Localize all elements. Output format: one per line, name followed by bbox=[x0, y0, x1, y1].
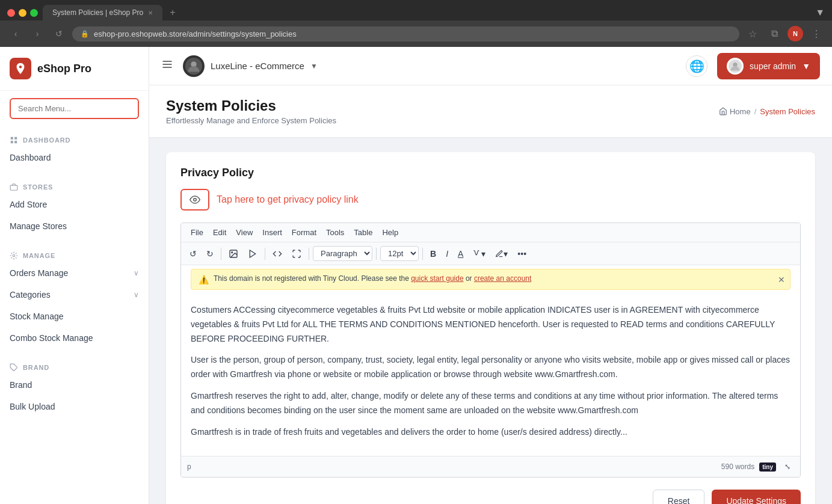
menu-toggle-button[interactable] bbox=[161, 58, 173, 73]
code-button[interactable] bbox=[269, 247, 286, 261]
sidebar-item-stock-manage[interactable]: Stock Manage bbox=[0, 306, 149, 327]
editor-footer-right: 590 words tiny ⤡ bbox=[721, 460, 794, 473]
tab-scroll-icon: ▼ bbox=[815, 7, 825, 18]
redo-button[interactable]: ↻ bbox=[203, 247, 217, 261]
url-text: eshop-pro.eshopweb.store/admin/settings/… bbox=[94, 29, 297, 38]
alert-text: This domain is not registered with Tiny … bbox=[214, 274, 783, 283]
svg-point-16 bbox=[232, 251, 233, 253]
editor-resize-button[interactable]: ⤡ bbox=[781, 460, 794, 473]
sidebar-section-brand: BRAND Brand Bulk Upload bbox=[0, 354, 149, 422]
svg-marker-17 bbox=[250, 250, 255, 257]
tiny-badge: tiny bbox=[759, 463, 776, 472]
editor-content[interactable]: Costumers ACCessing cityecommerce vegeta… bbox=[181, 293, 800, 456]
toolbar-separator bbox=[221, 248, 221, 260]
browser-chrome: System Policies | eShop Pro ✕ + ▼ bbox=[0, 0, 832, 20]
action-row: Reset Update Settings bbox=[180, 490, 801, 504]
store-name: LuxeLine - eCommerce bbox=[211, 61, 304, 71]
browser-tab[interactable]: System Policies | eShop Pro ✕ bbox=[43, 5, 162, 20]
alert-create-account-link[interactable]: create an account bbox=[474, 274, 531, 283]
content-area: Privacy Policy Tap here to get privacy p… bbox=[149, 138, 832, 504]
admin-chevron-icon: ▼ bbox=[802, 61, 810, 71]
star-button[interactable]: ☆ bbox=[744, 25, 761, 42]
admin-dropdown-button[interactable]: super admin ▼ bbox=[717, 53, 820, 79]
svg-rect-0 bbox=[11, 137, 13, 140]
lock-icon: 🔒 bbox=[81, 30, 89, 38]
svg-rect-4 bbox=[10, 185, 17, 190]
fullscreen-button[interactable] bbox=[288, 247, 305, 261]
dot-green bbox=[30, 9, 38, 17]
italic-button[interactable]: I bbox=[442, 247, 452, 261]
editor-menu-table[interactable]: Table bbox=[349, 226, 377, 239]
back-button[interactable]: ‹ bbox=[7, 25, 24, 42]
bold-button[interactable]: B bbox=[427, 247, 440, 261]
browser-dots bbox=[7, 9, 38, 17]
tab-add-icon[interactable]: + bbox=[170, 7, 175, 18]
editor-menu-help[interactable]: Help bbox=[377, 226, 403, 239]
eye-button[interactable] bbox=[180, 189, 209, 211]
sidebar-item-add-store[interactable]: Add Store bbox=[0, 194, 149, 215]
update-settings-button[interactable]: Update Settings bbox=[712, 490, 801, 504]
font-color-button[interactable]: ▾ bbox=[469, 247, 489, 261]
paragraph-select[interactable]: Paragraph bbox=[313, 246, 372, 261]
sidebar-item-orders-manage[interactable]: Orders Manage ∨ bbox=[0, 262, 149, 284]
editor-menu-file[interactable]: File bbox=[186, 226, 208, 239]
sidebar-item-combo-stock-manage[interactable]: Combo Stock Manage bbox=[0, 327, 149, 349]
browser-user-badge: N bbox=[787, 26, 803, 41]
svg-point-5 bbox=[13, 254, 15, 257]
insert-image-button[interactable] bbox=[225, 247, 242, 261]
store-selector[interactable]: LuxeLine - eCommerce ▼ bbox=[183, 55, 318, 77]
store-avatar bbox=[183, 55, 205, 77]
breadcrumb: Home / System Policies bbox=[719, 107, 815, 116]
alert-close-button[interactable]: ✕ bbox=[778, 275, 785, 284]
breadcrumb-home-link[interactable]: Home bbox=[719, 107, 751, 116]
policy-link-row: Tap here to get privacy policy link bbox=[180, 189, 801, 211]
breadcrumb-current: System Policies bbox=[760, 107, 815, 116]
browser-menu-button[interactable]: ⋮ bbox=[808, 25, 825, 42]
underline-button[interactable]: A bbox=[454, 247, 467, 261]
svg-point-14 bbox=[194, 198, 197, 201]
sidebar-item-dashboard[interactable]: Dashboard bbox=[0, 147, 149, 168]
search-input[interactable] bbox=[10, 98, 139, 119]
extension-button[interactable]: ⧉ bbox=[766, 25, 783, 42]
editor-menu-insert[interactable]: Insert bbox=[257, 226, 287, 239]
undo-button[interactable]: ↺ bbox=[186, 247, 200, 261]
address-bar[interactable]: 🔒 eshop-pro.eshopweb.store/admin/setting… bbox=[72, 26, 739, 41]
insert-media-button[interactable] bbox=[244, 247, 261, 261]
sidebar-section-manage: MANAGE Orders Manage ∨ Categories ∨ Stoc… bbox=[0, 242, 149, 354]
app-container: eShop Pro DASHBOARD Dashboard STORES Add… bbox=[0, 47, 832, 504]
editor-menu-edit[interactable]: Edit bbox=[208, 226, 231, 239]
sidebar-search[interactable] bbox=[0, 91, 149, 126]
logo-icon bbox=[10, 58, 31, 79]
reload-button[interactable]: ↺ bbox=[51, 25, 67, 42]
page-title-block: System Policies Effortlessly Manage and … bbox=[166, 97, 336, 125]
editor-footer: p 590 words tiny ⤡ bbox=[181, 456, 800, 477]
reset-button[interactable]: Reset bbox=[653, 490, 705, 504]
tab-close-icon[interactable]: ✕ bbox=[148, 10, 153, 16]
highlight-button[interactable]: ▾ bbox=[491, 247, 511, 261]
toolbar-separator-4 bbox=[376, 248, 377, 260]
section-label-brand: BRAND bbox=[0, 358, 149, 374]
toolbar-separator-2 bbox=[265, 248, 265, 260]
language-button[interactable]: 🌐 bbox=[686, 55, 707, 77]
editor-menu-view[interactable]: View bbox=[231, 226, 257, 239]
editor-menu-format[interactable]: Format bbox=[287, 226, 321, 239]
sidebar-item-categories[interactable]: Categories ∨ bbox=[0, 284, 149, 306]
sidebar-item-brand[interactable]: Brand bbox=[0, 374, 149, 396]
alert-quickstart-link[interactable]: quick start guide bbox=[411, 274, 463, 283]
editor-menu-tools[interactable]: Tools bbox=[321, 226, 349, 239]
page-header: System Policies Effortlessly Manage and … bbox=[149, 85, 832, 138]
privacy-policy-link[interactable]: Tap here to get privacy policy link bbox=[217, 194, 359, 205]
forward-button[interactable]: › bbox=[29, 25, 46, 42]
logo-text: eShop Pro bbox=[37, 63, 91, 75]
admin-avatar bbox=[727, 58, 744, 75]
sidebar-item-manage-stores[interactable]: Manage Stores bbox=[0, 215, 149, 237]
toolbar-separator-5 bbox=[422, 248, 423, 260]
editor-tag-indicator: p bbox=[187, 463, 191, 471]
editor-menubar: File Edit View Insert Format Tools Table… bbox=[181, 223, 800, 242]
header-right: 🌐 super admin ▼ bbox=[686, 53, 820, 79]
more-button[interactable]: ••• bbox=[514, 247, 530, 261]
fontsize-select[interactable]: 12pt bbox=[380, 246, 419, 261]
sidebar-item-bulk-upload[interactable]: Bulk Upload bbox=[0, 396, 149, 417]
svg-rect-3 bbox=[14, 141, 17, 143]
svg-rect-2 bbox=[11, 141, 13, 143]
